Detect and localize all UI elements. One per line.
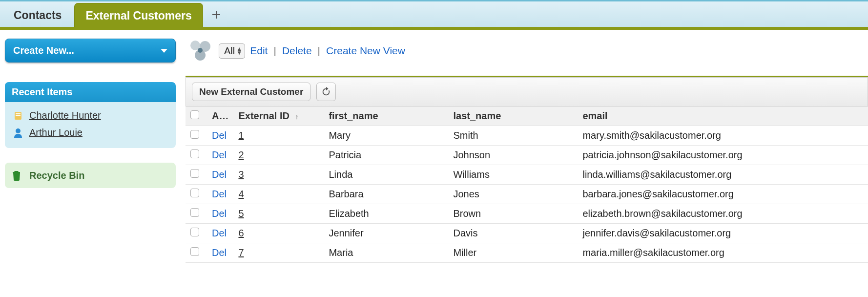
top-tab-bar: Contacts External Customers xyxy=(0,0,868,27)
delete-row-link[interactable]: Del xyxy=(212,169,227,180)
tab-contacts[interactable]: Contacts xyxy=(3,3,72,27)
recycle-bin-link[interactable]: Recycle Bin xyxy=(5,163,176,188)
header-last-name[interactable]: last_name xyxy=(448,106,578,126)
object-icon xyxy=(187,38,214,64)
row-checkbox[interactable] xyxy=(190,169,199,178)
row-action-cell: Del xyxy=(207,165,233,185)
row-email: maria.miller@sakilacustomer.org xyxy=(578,243,868,263)
row-checkbox[interactable] xyxy=(190,149,199,158)
row-email: mary.smith@sakilacustomer.org xyxy=(578,126,868,146)
delete-row-link[interactable]: Del xyxy=(212,130,227,141)
delete-row-link[interactable]: Del xyxy=(212,228,227,238)
row-first-name: Linda xyxy=(324,165,448,185)
row-external-id-cell: 6 xyxy=(233,224,324,243)
header-external-id[interactable]: External ID ↑ xyxy=(233,106,324,126)
customers-table: A… External ID ↑ first_name last_name em… xyxy=(186,106,868,263)
recycle-bin-label: Recycle Bin xyxy=(29,170,84,181)
row-last-name: Miller xyxy=(448,243,578,263)
row-action-cell: Del xyxy=(207,146,233,165)
edit-view-link[interactable]: Edit xyxy=(250,45,268,57)
external-id-link[interactable]: 2 xyxy=(238,149,244,160)
svg-point-3 xyxy=(16,128,21,133)
row-checkbox-cell xyxy=(186,165,207,185)
recent-item-label: Charlotte Hunter xyxy=(29,110,101,121)
row-action-cell: Del xyxy=(207,204,233,224)
table-row: Del3LindaWilliamslinda.williams@sakilacu… xyxy=(186,165,868,185)
view-select[interactable]: All ▲▼ xyxy=(219,43,245,59)
delete-view-link[interactable]: Delete xyxy=(282,45,312,57)
new-external-customer-button[interactable]: New External Customer xyxy=(192,83,310,101)
person-icon xyxy=(13,127,23,138)
recent-item[interactable]: Charlotte Hunter xyxy=(11,107,170,124)
create-new-label: Create New... xyxy=(13,45,74,56)
table-row: Del2PatriciaJohnsonpatricia.johnson@saki… xyxy=(186,146,868,165)
row-checkbox[interactable] xyxy=(190,130,199,139)
row-email: elizabeth.brown@sakilacustomer.org xyxy=(578,204,868,224)
row-external-id-cell: 1 xyxy=(233,126,324,146)
row-checkbox-cell xyxy=(186,204,207,224)
create-new-button[interactable]: Create New... xyxy=(5,39,176,63)
row-email: linda.williams@sakilacustomer.org xyxy=(578,165,868,185)
external-id-link[interactable]: 7 xyxy=(238,247,244,258)
external-id-link[interactable]: 1 xyxy=(238,130,244,141)
recycle-icon xyxy=(11,170,22,181)
create-new-view-link[interactable]: Create New View xyxy=(326,45,405,57)
external-id-link[interactable]: 3 xyxy=(238,169,244,180)
card-icon xyxy=(13,110,23,121)
refresh-icon xyxy=(321,86,331,97)
tab-add-icon[interactable] xyxy=(205,3,227,27)
row-first-name: Mary xyxy=(324,126,448,146)
separator: | xyxy=(273,45,276,57)
table-row: Del6JenniferDavisjennifer.davis@sakilacu… xyxy=(186,224,868,243)
svg-point-7 xyxy=(198,48,203,53)
row-checkbox-cell xyxy=(186,243,207,263)
row-action-cell: Del xyxy=(207,185,233,204)
external-id-link[interactable]: 4 xyxy=(238,189,244,199)
row-action-cell: Del xyxy=(207,243,233,263)
content-area: All ▲▼ Edit | Delete | Create New View N… xyxy=(181,30,868,263)
header-action[interactable]: A… xyxy=(207,106,233,126)
row-checkbox[interactable] xyxy=(190,247,199,256)
row-last-name: Brown xyxy=(448,204,578,224)
row-checkbox-cell xyxy=(186,146,207,165)
row-external-id-cell: 2 xyxy=(233,146,324,165)
row-email: jennifer.davis@sakilacustomer.org xyxy=(578,224,868,243)
select-arrows-icon: ▲▼ xyxy=(236,47,242,55)
external-id-link[interactable]: 5 xyxy=(238,208,244,219)
list-toolbar: New External Customer xyxy=(186,77,868,106)
select-all-checkbox[interactable] xyxy=(190,110,199,119)
row-checkbox[interactable] xyxy=(190,208,199,217)
row-first-name: Patricia xyxy=(324,146,448,165)
view-select-value: All xyxy=(224,45,235,56)
recent-item[interactable]: Arthur Louie xyxy=(11,124,170,141)
svg-rect-1 xyxy=(16,113,21,114)
table-row: Del4BarbaraJonesbarbara.jones@sakilacust… xyxy=(186,185,868,204)
header-email[interactable]: email xyxy=(578,106,868,126)
row-email: patricia.johnson@sakilacustomer.org xyxy=(578,146,868,165)
refresh-button[interactable] xyxy=(316,83,336,101)
recycle-bin-panel: Recycle Bin xyxy=(5,163,176,188)
row-first-name: Barbara xyxy=(324,185,448,204)
recent-item-label: Arthur Louie xyxy=(29,127,83,138)
row-checkbox[interactable] xyxy=(190,228,199,236)
row-email: barbara.jones@sakilacustomer.org xyxy=(578,185,868,204)
recent-items-header: Recent Items xyxy=(5,82,176,102)
recent-items-panel: Recent Items Charlotte HunterArthur Loui… xyxy=(5,82,176,148)
row-last-name: Johnson xyxy=(448,146,578,165)
delete-row-link[interactable]: Del xyxy=(212,189,227,199)
row-action-cell: Del xyxy=(207,126,233,146)
row-external-id-cell: 5 xyxy=(233,204,324,224)
tab-external-customers[interactable]: External Customers xyxy=(74,3,203,27)
svg-rect-2 xyxy=(16,115,21,116)
external-id-link[interactable]: 6 xyxy=(238,228,244,238)
delete-row-link[interactable]: Del xyxy=(212,247,227,258)
row-checkbox-cell xyxy=(186,126,207,146)
row-external-id-cell: 3 xyxy=(233,165,324,185)
header-first-name[interactable]: first_name xyxy=(324,106,448,126)
row-first-name: Elizabeth xyxy=(324,204,448,224)
delete-row-link[interactable]: Del xyxy=(212,208,227,219)
delete-row-link[interactable]: Del xyxy=(212,149,227,160)
row-checkbox[interactable] xyxy=(190,189,199,197)
row-external-id-cell: 4 xyxy=(233,185,324,204)
row-last-name: Davis xyxy=(448,224,578,243)
